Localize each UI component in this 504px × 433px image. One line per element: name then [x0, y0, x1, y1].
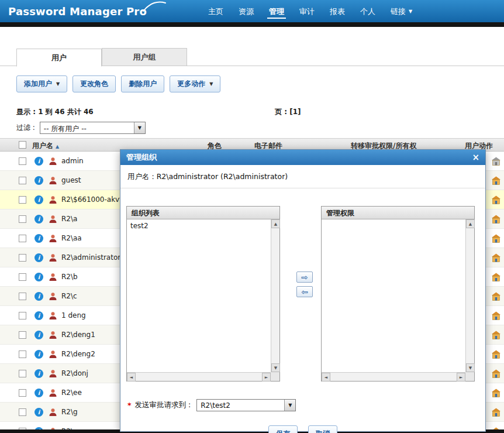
transfer-ownership-icon[interactable]: [491, 233, 501, 246]
transfer-ownership-icon[interactable]: [491, 291, 501, 304]
scroll-up-icon[interactable]: ▲: [466, 219, 475, 228]
scroll-left-icon[interactable]: ◄: [322, 373, 330, 382]
row-checkbox[interactable]: [19, 370, 26, 377]
user-icon: [49, 350, 57, 361]
nav-item-2[interactable]: 管理: [261, 0, 292, 22]
row-checkbox[interactable]: [19, 389, 26, 397]
username-text[interactable]: R2\deng2: [61, 350, 95, 358]
dropdown-arrow-icon[interactable]: ▼: [134, 122, 145, 133]
close-icon[interactable]: ×: [472, 153, 479, 162]
row-checkbox[interactable]: [19, 293, 26, 300]
toolbar-button-3[interactable]: 更多动作▼: [170, 75, 220, 92]
row-checkbox[interactable]: [19, 350, 26, 358]
nav-item-1[interactable]: 资源: [231, 0, 261, 22]
username-text[interactable]: 1 deng: [61, 311, 86, 319]
info-icon[interactable]: i: [34, 176, 43, 185]
username-text[interactable]: R2\aa: [61, 234, 82, 242]
username-text[interactable]: R2\a: [61, 215, 77, 223]
transfer-ownership-icon[interactable]: [491, 253, 501, 265]
row-checkbox[interactable]: [19, 312, 26, 319]
username-text[interactable]: R2\ee: [61, 389, 82, 397]
nav-item-5[interactable]: 个人: [353, 0, 383, 22]
transfer-ownership-icon[interactable]: [491, 214, 501, 226]
save-button[interactable]: 保存: [268, 425, 298, 433]
username-text[interactable]: R2\deng1: [61, 331, 95, 339]
current-page-link[interactable]: [1]: [289, 108, 301, 116]
info-icon[interactable]: i: [34, 273, 43, 281]
transfer-ownership-icon[interactable]: [491, 176, 501, 188]
dropdown-arrow-icon[interactable]: ▼: [284, 400, 295, 411]
username-text[interactable]: R2\b: [61, 273, 78, 281]
scroll-down-icon[interactable]: ▼: [271, 363, 280, 372]
transfer-ownership-icon[interactable]: [491, 272, 501, 284]
info-icon[interactable]: i: [34, 157, 43, 166]
info-icon[interactable]: i: [34, 350, 43, 359]
info-icon[interactable]: i: [34, 408, 43, 417]
info-icon[interactable]: i: [34, 331, 43, 339]
username-text[interactable]: R2\administrator: [61, 253, 120, 262]
horizontal-scrollbar[interactable]: ◄ ►: [127, 372, 271, 381]
row-checkbox[interactable]: [19, 254, 26, 262]
transfer-ownership-icon[interactable]: [491, 407, 501, 420]
nav-item-4[interactable]: 报表: [322, 0, 353, 22]
list-item[interactable]: test2: [127, 219, 271, 232]
row-checkbox[interactable]: [19, 196, 26, 204]
admin-rights-list[interactable]: [322, 219, 465, 372]
username-text[interactable]: R2\donj: [61, 369, 88, 377]
transfer-ownership-icon[interactable]: [491, 195, 501, 207]
send-approval-select[interactable]: R2\test2 ▼: [196, 399, 296, 411]
nav-item-6[interactable]: 链接▼: [383, 0, 420, 22]
row-checkbox[interactable]: [19, 177, 26, 184]
row-checkbox[interactable]: [19, 235, 26, 242]
org-list[interactable]: test2: [127, 219, 271, 372]
username-text[interactable]: R2\$661000-akvfl: [61, 195, 124, 204]
horizontal-scrollbar[interactable]: ◄ ►: [322, 372, 465, 381]
transfer-ownership-icon[interactable]: [491, 156, 501, 169]
row-checkbox[interactable]: [19, 157, 26, 165]
scroll-right-icon[interactable]: ►: [457, 373, 465, 382]
vertical-scrollbar[interactable]: ▲ ▼: [465, 219, 474, 372]
vertical-scrollbar[interactable]: ▲ ▼: [271, 219, 279, 372]
scroll-right-icon[interactable]: ►: [262, 373, 271, 382]
move-right-button[interactable]: ⇨: [296, 272, 313, 283]
user-icon: [49, 176, 57, 187]
scroll-up-icon[interactable]: ▲: [271, 219, 280, 228]
dialog-username-label: 用户名 :: [127, 172, 154, 181]
transfer-ownership-icon[interactable]: [491, 311, 501, 323]
toolbar-button-2[interactable]: 删除用户: [121, 75, 164, 92]
toolbar-button-1[interactable]: 更改角色: [73, 75, 116, 92]
nav-item-3[interactable]: 审计: [292, 0, 322, 22]
page: Password Manager Pro 主页资源管理审计报表个人链接▼ 用户 …: [0, 0, 504, 433]
scroll-left-icon[interactable]: ◄: [127, 373, 136, 382]
scroll-down-icon[interactable]: ▼: [466, 363, 475, 372]
info-icon[interactable]: i: [34, 195, 43, 204]
nav-item-0[interactable]: 主页: [201, 0, 231, 22]
row-checkbox[interactable]: [19, 331, 26, 339]
row-checkbox[interactable]: [19, 215, 26, 223]
select-all-checkbox[interactable]: [19, 141, 26, 149]
transfer-ownership-icon[interactable]: [491, 369, 501, 381]
transfer-ownership-icon[interactable]: [491, 349, 501, 362]
info-icon[interactable]: i: [34, 389, 43, 397]
transfer-ownership-icon[interactable]: [491, 330, 501, 342]
tab-users[interactable]: 用户: [16, 49, 102, 67]
info-icon[interactable]: i: [34, 292, 43, 301]
cancel-button[interactable]: 取消: [308, 425, 337, 433]
username-text[interactable]: guest: [61, 176, 81, 184]
info-icon[interactable]: i: [34, 253, 43, 262]
column-header-0[interactable]: 用户名▲: [32, 141, 59, 151]
tab-user-groups[interactable]: 用户组: [102, 48, 187, 66]
filter-select[interactable]: -- 所有用户 -- ▼: [40, 122, 146, 134]
info-icon[interactable]: i: [34, 234, 43, 243]
move-left-button[interactable]: ⇦: [296, 286, 313, 297]
username-text[interactable]: admin: [61, 157, 84, 165]
info-icon[interactable]: i: [34, 215, 43, 224]
row-checkbox[interactable]: [19, 273, 26, 281]
info-icon[interactable]: i: [34, 311, 43, 320]
transfer-ownership-icon[interactable]: [491, 388, 501, 400]
row-checkbox[interactable]: [19, 408, 26, 416]
info-icon[interactable]: i: [34, 369, 43, 378]
toolbar-button-0[interactable]: 添加用户▼: [16, 75, 67, 92]
username-text[interactable]: R2\g: [61, 408, 78, 416]
username-text[interactable]: R2\c: [61, 292, 77, 300]
